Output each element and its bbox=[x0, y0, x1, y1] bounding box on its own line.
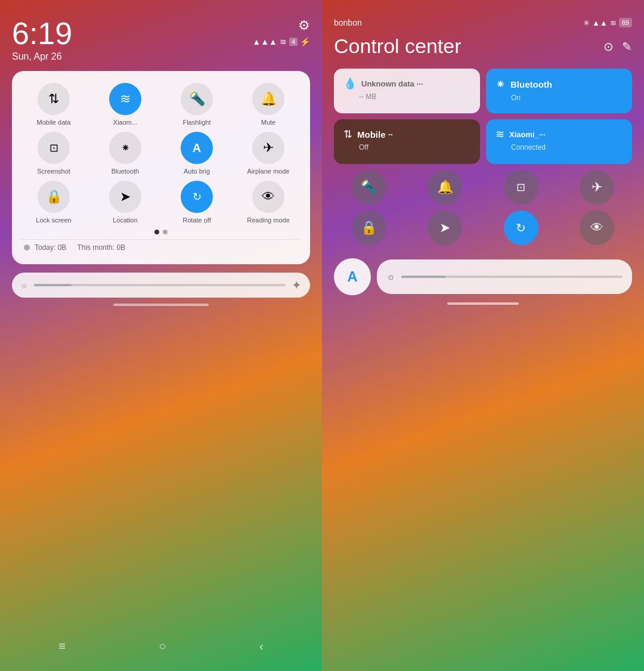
nav-menu-icon[interactable]: ≡ bbox=[58, 639, 66, 653]
lock-screen-button[interactable]: 🔒 bbox=[38, 181, 70, 213]
cc-bottom-row: A ☼ bbox=[334, 258, 632, 295]
left-header: 6:19 Sun, Apr 26 ⚙ ▲▲▲ ≋ 4 ⚡ bbox=[12, 18, 310, 62]
bluetooth-button[interactable]: ⁕ bbox=[109, 132, 141, 164]
signal-icon: ▲▲▲ bbox=[252, 37, 277, 47]
left-nav: ≡ ○ ‹ bbox=[12, 639, 310, 659]
reading-mode-label: Reading mode bbox=[247, 217, 290, 224]
brightness-max-icon: ✦ bbox=[292, 278, 302, 292]
right-brightness-track bbox=[401, 276, 623, 278]
bluetooth-tile-sub: On bbox=[511, 94, 623, 102]
auto-bright-btn[interactable]: A bbox=[334, 258, 371, 295]
qs-item-bluetooth: ⁕ Bluetooth bbox=[92, 132, 158, 175]
phone-left: 6:19 Sun, Apr 26 ⚙ ▲▲▲ ≋ 4 ⚡ ⇅ Mobile da… bbox=[0, 0, 322, 671]
mobile-tile-header: ⇅ Mobile ·· bbox=[343, 128, 470, 141]
bottom-handle bbox=[113, 304, 209, 306]
location-label: Location bbox=[113, 217, 138, 224]
cc-rotate-btn[interactable]: ↻ bbox=[504, 211, 538, 245]
qs-item-airplane: ✈ Airplane mode bbox=[236, 132, 301, 175]
flashlight-button[interactable]: 🔦 bbox=[181, 83, 213, 115]
mute-button[interactable]: 🔔 bbox=[252, 83, 284, 115]
month-traffic: This month: 0B bbox=[77, 243, 125, 252]
battery-icon: 4 bbox=[289, 38, 298, 46]
traffic-info: Today: 0B This month: 0B bbox=[21, 239, 301, 255]
qs-item-reading: 👁 Reading mode bbox=[236, 181, 301, 224]
qs-item-flashlight: 🔦 Flashlight bbox=[164, 83, 230, 126]
cc-icon-grid-1: 🔦 🔔 ⊡ ✈ bbox=[334, 170, 632, 205]
wifi-status-icon: ≋ bbox=[610, 18, 617, 27]
settings-icon[interactable]: ⊙ bbox=[603, 39, 614, 54]
mobile-tile-icon: ⇅ bbox=[343, 128, 352, 141]
cc-bell-btn[interactable]: 🔔 bbox=[428, 170, 462, 205]
qs-pagination bbox=[21, 230, 301, 234]
carrier-name: bonbon bbox=[334, 18, 362, 27]
reading-mode-button[interactable]: 👁 bbox=[252, 181, 284, 213]
mobile-data-button[interactable]: ⇅ bbox=[38, 83, 70, 115]
bluetooth-status-icon: ✳ bbox=[583, 18, 590, 27]
cc-flashlight-btn[interactable]: 🔦 bbox=[352, 170, 386, 205]
brightness-bar[interactable]: ☼ ✦ bbox=[12, 273, 310, 298]
cc-lock-btn[interactable]: 🔒 bbox=[352, 211, 386, 245]
data-tile-sub: -- MB bbox=[359, 92, 470, 101]
cc-header: Control center ⊙ ✎ bbox=[334, 35, 632, 58]
bluetooth-tile-header: ⁕ Bluetooth bbox=[496, 77, 623, 91]
right-status-bar: bonbon ✳ ▲▲ ≋ 89 bbox=[334, 18, 632, 27]
left-time-block: 6:19 Sun, Apr 26 bbox=[12, 18, 72, 62]
nav-back-icon[interactable]: ‹ bbox=[259, 639, 264, 653]
nav-home-icon[interactable]: ○ bbox=[159, 639, 166, 653]
traffic-dot bbox=[24, 245, 30, 251]
brightness-min-icon: ☼ bbox=[20, 280, 28, 290]
edit-icon[interactable]: ✎ bbox=[622, 39, 632, 54]
airplane-button[interactable]: ✈ bbox=[252, 132, 284, 164]
cc-icon-grid-2: 🔒 ➤ ↻ 👁 bbox=[334, 211, 632, 245]
right-status-icons: ✳ ▲▲ ≋ 89 bbox=[583, 18, 632, 27]
wifi-tile-header: ≋ Xiaomi_··· bbox=[496, 128, 623, 141]
tiles-row-2: ⇅ Mobile ·· Off ≋ Xiaomi_··· Connected bbox=[334, 119, 632, 164]
left-header-right: ⚙ ▲▲▲ ≋ 4 ⚡ bbox=[252, 18, 310, 47]
mobile-tile-sub: Off bbox=[359, 143, 470, 151]
data-tile-title: Unknown data ··· bbox=[361, 79, 423, 88]
airplane-label: Airplane mode bbox=[247, 168, 290, 175]
qs-item-mute: 🔔 Mute bbox=[236, 83, 301, 126]
data-tile-header: 💧 Unknown data ··· bbox=[343, 77, 470, 90]
screenshot-button[interactable]: ⊡ bbox=[38, 132, 70, 164]
left-date: Sun, Apr 26 bbox=[12, 51, 72, 62]
qs-grid: ⇅ Mobile data ≋ Xiaom... 🔦 Flashlight 🔔 … bbox=[21, 83, 301, 224]
data-tile-icon: 💧 bbox=[343, 77, 357, 90]
mobile-tile[interactable]: ⇅ Mobile ·· Off bbox=[334, 119, 480, 164]
cc-title: Control center bbox=[334, 35, 462, 58]
auto-bright-label: A bbox=[347, 268, 357, 285]
qs-item-rotate: ↻ Rotate off bbox=[164, 181, 230, 224]
cc-eye-btn[interactable]: 👁 bbox=[580, 211, 614, 245]
qs-item-location: ➤ Location bbox=[92, 181, 158, 224]
mobile-data-label: Mobile data bbox=[37, 119, 71, 126]
wifi-tile-icon: ≋ bbox=[496, 128, 504, 141]
wifi-icon: ≋ bbox=[280, 37, 287, 47]
wifi-button[interactable]: ≋ bbox=[109, 83, 141, 115]
qs-item-lock-screen: 🔒 Lock screen bbox=[21, 181, 86, 224]
charging-icon: ⚡ bbox=[300, 37, 310, 47]
rotate-button[interactable]: ↻ bbox=[181, 181, 213, 213]
mobile-tile-title: Mobile ·· bbox=[357, 129, 393, 140]
wifi-tile[interactable]: ≋ Xiaomi_··· Connected bbox=[486, 119, 632, 164]
cc-airplane-btn[interactable]: ✈ bbox=[580, 170, 614, 205]
right-brightness-bar[interactable]: ☼ bbox=[377, 259, 632, 294]
quick-settings-panel: ⇅ Mobile data ≋ Xiaom... 🔦 Flashlight 🔔 … bbox=[12, 71, 310, 264]
flashlight-label: Flashlight bbox=[182, 119, 210, 126]
brightness-track bbox=[34, 284, 286, 286]
cc-location-btn[interactable]: ➤ bbox=[428, 211, 462, 245]
wifi-tile-sub: Connected bbox=[511, 143, 623, 151]
data-tile[interactable]: 💧 Unknown data ··· -- MB bbox=[334, 69, 480, 113]
lock-screen-label: Lock screen bbox=[36, 217, 71, 224]
wifi-tile-title: Xiaomi_··· bbox=[509, 130, 546, 139]
signal-status-icon: ▲▲ bbox=[592, 18, 608, 27]
tiles-row-1: 💧 Unknown data ··· -- MB ⁕ Bluetooth On bbox=[334, 69, 632, 113]
bluetooth-label: Bluetooth bbox=[112, 168, 139, 175]
gear-icon[interactable]: ⚙ bbox=[298, 18, 310, 33]
auto-bright-button[interactable]: A bbox=[181, 132, 213, 164]
bluetooth-tile[interactable]: ⁕ Bluetooth On bbox=[486, 69, 632, 113]
rotate-label: Rotate off bbox=[182, 217, 211, 224]
cc-screenshot-btn[interactable]: ⊡ bbox=[504, 170, 538, 205]
cc-header-icons: ⊙ ✎ bbox=[603, 39, 632, 54]
location-button[interactable]: ➤ bbox=[109, 181, 141, 213]
today-traffic: Today: 0B bbox=[35, 243, 66, 252]
